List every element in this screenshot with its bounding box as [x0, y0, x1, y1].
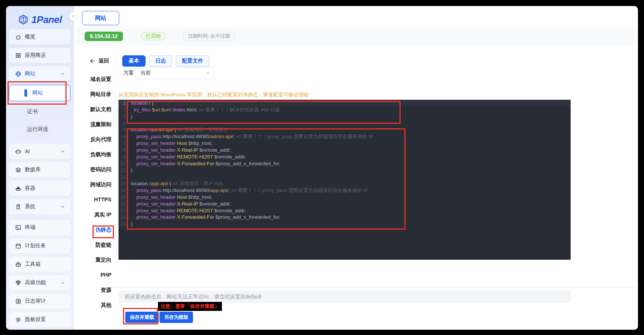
code-line-content: proxy_set_header X-Forwarded-For $proxy_…	[128, 160, 280, 167]
sidebar-item-toolbox[interactable]: 工具箱	[9, 257, 70, 272]
sidebar-item-website[interactable]: 网站	[9, 66, 70, 81]
code-token: /;	[232, 134, 236, 139]
subnav-item-other[interactable]: 其他	[79, 301, 111, 309]
code-line: 15 proxy_set_header Host $http_host;	[118, 194, 571, 201]
code-token: .html;	[185, 107, 199, 113]
sidebar-item-label: 计划任务	[25, 242, 46, 249]
status-badge: 已启动	[141, 32, 166, 40]
code-line: 1location / {	[118, 100, 571, 107]
view-tab-log[interactable]: 日志	[149, 55, 172, 67]
tab-website[interactable]: 网站	[82, 11, 119, 25]
code-line-content: proxy_pass http://localhost:48080/admin-…	[128, 133, 373, 140]
container-icon	[15, 185, 21, 192]
line-number: 4	[118, 120, 128, 127]
subnav-item-domain[interactable]: 域名设置	[79, 75, 111, 83]
sidebar-item-database[interactable]: 数据库	[9, 162, 70, 177]
appstore-icon	[15, 52, 21, 59]
active-indicator	[24, 89, 27, 97]
sidebar-item-label: 容器	[25, 185, 35, 192]
subnav-item-rate-limit[interactable]: 流量限制	[79, 120, 111, 128]
code-token: REMOTE-HOST	[177, 154, 213, 160]
line-number: 18	[118, 214, 128, 221]
logo: 1Panel	[6, 11, 73, 28]
sidebar-subitem-runtime[interactable]: 运行环境	[9, 122, 70, 137]
code-line: 3}	[118, 113, 571, 120]
line-number: 11	[118, 167, 128, 174]
code-token: $remote_addr;	[198, 201, 231, 207]
chevron-down-icon	[205, 70, 210, 76]
code-token: / {	[172, 127, 178, 132]
code-token: location /	[131, 181, 150, 186]
scheme-select-value: 当前	[140, 70, 151, 76]
code-token: http://localhost:48080/	[161, 134, 211, 139]
subnav-item-anti-leech[interactable]: 防盗链	[79, 241, 111, 249]
subnav-item-password-access[interactable]: 密码访问	[79, 165, 111, 174]
chevron-down-icon	[59, 204, 66, 210]
code-token: $proxy_add_x_forwarded_for;	[214, 161, 280, 166]
code-token: proxy_set_header	[136, 140, 175, 146]
subnav-item-redirect[interactable]: 重定向	[79, 256, 111, 264]
code-line-content: proxy_set_header Host $http_host;	[128, 194, 213, 201]
subnav-item-site-dir[interactable]: 网站目录	[79, 90, 111, 98]
code-token: admin-api	[150, 127, 172, 132]
code-token: proxy_set_header	[136, 194, 175, 200]
sidebar-item-overview[interactable]: 概览	[9, 29, 70, 44]
subnav-item-https[interactable]: HTTPS	[79, 195, 111, 204]
sidebar-subitem-certificate[interactable]: 证书	[9, 105, 70, 119]
subnav-item-resource[interactable]: 资源	[79, 286, 111, 294]
sidebar-item-cronjob[interactable]: 计划任务	[9, 238, 70, 253]
sidebar-item-appstore[interactable]: 应用商店	[9, 48, 70, 63]
subnav-item-php[interactable]: PHP	[79, 271, 111, 279]
sidebar-item-settings[interactable]: 面板设置	[9, 312, 70, 327]
code-line: 10 proxy_set_header X-Forwarded-For $pro…	[118, 160, 571, 167]
code-line-content: location / {	[128, 100, 153, 107]
code-line-content: proxy_set_header REMOTE-HOST $remote_add…	[128, 207, 246, 214]
sidebar-item-label: 概览	[25, 34, 35, 40]
chevron-down-icon	[59, 148, 66, 155]
sidebar-item-label: AI	[25, 148, 30, 154]
subnav-item-default-doc[interactable]: 默认文档	[79, 105, 111, 113]
sidebar-item-terminal[interactable]: 终端	[9, 220, 70, 235]
back-label: 返回	[99, 58, 109, 64]
code-token: ## 后端项目 - 管理后台	[178, 127, 228, 132]
sidebar-subitem-website[interactable]: 网站	[9, 85, 70, 101]
scheme-select[interactable]: 当前	[135, 67, 214, 79]
nginx-config-editor[interactable]: 1location / {2 try_files $uri $uri/ /ind…	[118, 100, 571, 260]
sidebar-item-system[interactable]: 系统	[9, 199, 70, 214]
save-and-reload-button[interactable]: 保存并重载	[125, 312, 159, 323]
code-token: ## 重要！！！解决前端刷新 404 问题	[199, 107, 280, 113]
code-token: REMOTE-HOST	[177, 208, 213, 213]
subnav-item-rewrite[interactable]: 伪静态	[79, 225, 111, 234]
subnav-item-real-ip[interactable]: 真实 IP	[79, 210, 111, 219]
chevron-up-icon	[59, 71, 66, 77]
back-button[interactable]: 返回	[90, 58, 109, 64]
code-line: 6 proxy_pass http://localhost:48080/admi…	[118, 133, 571, 140]
code-token: /	[170, 107, 172, 113]
sidebar-item-ai[interactable]: AI	[9, 144, 70, 159]
code-token: X-Forwarded-For	[177, 161, 214, 166]
divider	[115, 58, 116, 65]
status-bar: 8.154.32.12 已启动 过期时间: 永不过期	[77, 28, 635, 44]
code-line: 2 try_files $uri $uri/ /index.html; ## 重…	[118, 107, 571, 113]
sidebar-item-advanced[interactable]: 高级功能	[9, 275, 70, 290]
code-token: $remote_addr;	[198, 147, 231, 153]
code-line-content: proxy_set_header X-Real-IP $remote_addr;	[128, 201, 231, 207]
view-tab-basic[interactable]: 基本	[122, 55, 146, 67]
sidebar-item-audit[interactable]: 日志审计	[9, 294, 70, 309]
subnav-item-reverse-proxy[interactable]: 反向代理	[79, 135, 111, 143]
code-token: admin-api	[211, 134, 232, 139]
subnav-item-cors[interactable]: 跨域访问	[79, 180, 111, 189]
save-as-template-button[interactable]: 另存为模版	[159, 312, 193, 323]
main-area: 网站 8.154.32.12 已启动 过期时间: 永不过期 返回 基本日志配置文…	[74, 6, 638, 330]
log-icon	[15, 298, 21, 305]
subnav-item-load-balance[interactable]: 负载均衡	[79, 150, 111, 158]
line-number: 13	[118, 180, 128, 187]
view-tab-config-file[interactable]: 配置文件	[176, 55, 210, 67]
line-number: 19	[118, 221, 128, 227]
code-token	[131, 208, 136, 213]
code-line: 5location /admin-api/ { ## 后端项目 - 管理后台	[118, 126, 571, 133]
ip-badge: 8.154.32.12	[85, 32, 123, 41]
line-number: 2	[118, 107, 128, 113]
line-number: 1	[118, 100, 128, 107]
sidebar-item-container[interactable]: 容器	[9, 181, 70, 196]
